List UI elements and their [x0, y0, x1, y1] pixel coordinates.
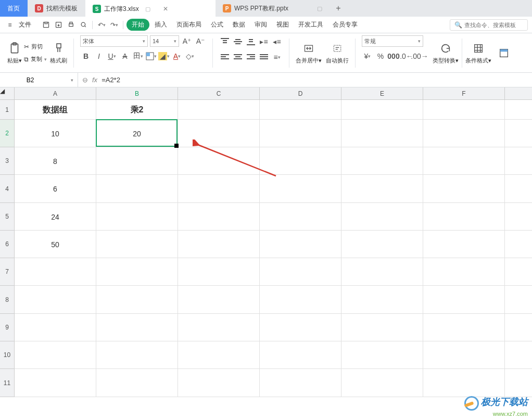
cell-E1[interactable] — [341, 100, 423, 120]
cell-E4[interactable] — [341, 175, 423, 203]
cell-B11[interactable] — [96, 369, 178, 397]
select-all-corner[interactable]: ◢ — [0, 87, 15, 100]
cell-F5[interactable] — [423, 203, 505, 231]
number-format-select[interactable]: 常规▾ — [362, 35, 423, 47]
cell-F4[interactable] — [423, 175, 505, 203]
cell-B1[interactable]: 乘2 — [96, 100, 178, 120]
cell-C1[interactable] — [178, 100, 260, 120]
cell-A1[interactable]: 数据组 — [15, 100, 96, 120]
cell-A4[interactable]: 6 — [15, 175, 96, 203]
cell-D2[interactable] — [260, 120, 341, 147]
fontsize-select[interactable]: 14▾ — [150, 35, 179, 47]
col-header-F[interactable]: F — [423, 87, 505, 99]
col-header-A[interactable]: A — [15, 87, 96, 99]
cell-A5[interactable]: 24 — [15, 203, 96, 231]
font-color-button[interactable]: A▾ — [171, 50, 183, 62]
name-box-input[interactable] — [4, 77, 56, 84]
dropdown-icon[interactable]: ▾ — [71, 78, 73, 83]
hamburger-icon[interactable]: ≡ — [4, 19, 16, 31]
align-middle-icon[interactable] — [232, 36, 244, 47]
indent-dec-icon[interactable]: ◂≡ — [271, 36, 283, 47]
search-input[interactable] — [464, 22, 522, 28]
cell-F1[interactable] — [423, 100, 505, 120]
cell-D7[interactable] — [260, 258, 341, 286]
cond-format-button[interactable]: 条件格式▾ — [465, 35, 491, 70]
cell-B7[interactable] — [96, 258, 178, 286]
wrap-button[interactable]: 自动换行 — [326, 35, 349, 70]
menu-tab-start[interactable]: 开始 — [126, 19, 149, 31]
file-menu[interactable]: 文件 — [17, 20, 33, 29]
print-icon[interactable] — [65, 19, 77, 31]
menu-tab-member[interactable]: 会员专享 — [328, 18, 362, 31]
new-tab-button[interactable]: + — [330, 4, 347, 13]
font-select[interactable]: 宋体▾ — [80, 35, 148, 47]
cell-E9[interactable] — [341, 314, 423, 341]
cell-A9[interactable] — [15, 314, 96, 341]
cell-E2[interactable] — [341, 120, 423, 147]
cell-D4[interactable] — [260, 175, 341, 203]
cell-A10[interactable] — [15, 341, 96, 369]
border-button[interactable]: 田▾ — [132, 50, 144, 62]
justify-icon[interactable] — [258, 52, 270, 63]
cell-B6[interactable] — [96, 231, 178, 258]
type-convert-button[interactable]: 类型转换▾ — [433, 35, 459, 70]
menu-tab-formula[interactable]: 公式 — [207, 18, 227, 31]
align-left-icon[interactable] — [219, 52, 231, 63]
row-header-6[interactable]: 6 — [0, 231, 14, 258]
tab-workbook[interactable]: S 工作簿3.xlsx ▢ ✕ — [85, 0, 216, 17]
cell-C8[interactable] — [178, 286, 260, 314]
cell-C3[interactable] — [178, 147, 260, 175]
menu-tab-data[interactable]: 数据 — [229, 18, 249, 31]
paste-button[interactable]: 粘贴▾ — [7, 35, 22, 70]
cell-D9[interactable] — [260, 314, 341, 341]
cell-D10[interactable] — [260, 341, 341, 369]
cell-A8[interactable] — [15, 286, 96, 314]
cell-F7[interactable] — [423, 258, 505, 286]
tab-home[interactable]: 首页 — [0, 0, 28, 17]
cell-C2[interactable] — [178, 120, 260, 147]
cell-D5[interactable] — [260, 203, 341, 231]
menu-tab-view[interactable]: 视图 — [272, 18, 293, 31]
cancel-icon[interactable]: ⊖ — [82, 76, 88, 84]
undo-icon[interactable]: ↶▾ — [96, 19, 107, 31]
row-header-9[interactable]: 9 — [0, 314, 14, 341]
cell-D3[interactable] — [260, 147, 341, 175]
cells-area[interactable]: 数据组乘21020862450 — [15, 100, 532, 420]
name-box[interactable]: ▾ — [0, 73, 78, 87]
cell-B4[interactable] — [96, 175, 178, 203]
cell-E10[interactable] — [341, 341, 423, 369]
cell-E6[interactable] — [341, 231, 423, 258]
clear-format-button[interactable]: ◇▾ — [184, 50, 196, 62]
cell-B10[interactable] — [96, 341, 178, 369]
align-right-icon[interactable] — [245, 52, 257, 63]
italic-button[interactable]: I — [93, 50, 105, 62]
cell-B9[interactable] — [96, 314, 178, 341]
bold-button[interactable]: B — [80, 50, 92, 62]
cell-B3[interactable] — [96, 147, 178, 175]
cell-C7[interactable] — [178, 258, 260, 286]
cut-button[interactable]: ✂剪切 — [24, 41, 47, 53]
merge-button[interactable]: 合并居中▾ — [296, 35, 322, 70]
window-split-icon[interactable]: ▢ — [145, 6, 150, 12]
dec-dec-button[interactable]: .00→ — [414, 50, 425, 62]
cell-E8[interactable] — [341, 286, 423, 314]
cell-F8[interactable] — [423, 286, 505, 314]
cell-E5[interactable] — [341, 203, 423, 231]
cell-E3[interactable] — [341, 147, 423, 175]
decrease-font-icon[interactable]: A⁻ — [195, 35, 206, 47]
row-header-11[interactable]: 11 — [0, 369, 14, 397]
cell-F11[interactable] — [423, 369, 505, 397]
comma-button[interactable]: 000 — [388, 50, 399, 62]
col-header-B[interactable]: B — [96, 87, 178, 99]
orientation-icon[interactable]: ≡▾ — [271, 52, 283, 63]
cell-D11[interactable] — [260, 369, 341, 397]
cell-F2[interactable] — [423, 120, 505, 147]
row-header-3[interactable]: 3 — [0, 147, 14, 175]
cell-A7[interactable] — [15, 258, 96, 286]
cell-B5[interactable] — [96, 203, 178, 231]
cell-B2[interactable]: 20 — [96, 120, 178, 147]
menu-tab-dev[interactable]: 开发工具 — [294, 18, 327, 31]
tab-ppt[interactable]: P WPS PPT教程.pptx ▢ — [216, 0, 330, 17]
indent-inc-icon[interactable]: ▸≡ — [258, 36, 270, 47]
cell-D1[interactable] — [260, 100, 341, 120]
